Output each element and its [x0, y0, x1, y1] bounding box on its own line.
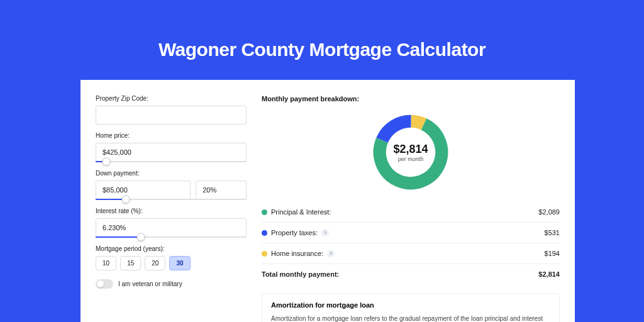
donut-sublabel: per month: [398, 156, 424, 162]
help-icon[interactable]: ?: [327, 250, 335, 257]
field-down-payment: Down payment:: [96, 170, 247, 200]
legend-label: Property taxes:?: [262, 229, 329, 236]
slider-knob[interactable]: [137, 233, 145, 242]
donut-chart-wrap: $2,814 per month: [262, 109, 560, 202]
label-interest-rate: Interest rate (%):: [96, 208, 247, 214]
slider-fill: [96, 236, 141, 238]
donut-chart: $2,814 per month: [370, 111, 452, 193]
legend-total-amount: $2,814: [538, 270, 560, 278]
field-home-price: Home price:: [96, 132, 247, 162]
zip-input[interactable]: [96, 106, 247, 125]
legend-amount: $531: [545, 229, 560, 236]
field-mortgage-period: Mortgage period (years): 10152030: [96, 245, 247, 270]
legend-amount: $194: [545, 250, 560, 257]
veteran-toggle[interactable]: [96, 279, 113, 289]
field-zip: Property Zip Code:: [96, 95, 247, 125]
slider-knob[interactable]: [102, 158, 110, 166]
legend-row: Property taxes:?$531: [262, 222, 560, 243]
period-option-10[interactable]: 10: [96, 256, 116, 270]
legend-label: Principal & Interest:: [262, 208, 331, 216]
label-zip: Property Zip Code:: [96, 95, 247, 102]
amortization-text: Amortization for a mortgage loan refers …: [271, 314, 550, 322]
down-payment-slider[interactable]: [96, 199, 247, 200]
down-payment-pct-input[interactable]: [196, 180, 247, 199]
legend-total-row: Total monthly payment:$2,814: [262, 264, 560, 284]
legend-amount: $2,089: [538, 208, 560, 216]
period-option-15[interactable]: 15: [120, 256, 141, 270]
home-price-input[interactable]: [96, 143, 247, 162]
legend-text: Principal & Interest:: [271, 208, 331, 216]
interest-rate-slider[interactable]: [96, 236, 247, 238]
down-payment-row: [96, 180, 247, 199]
legend-text: Property taxes:: [271, 229, 318, 236]
legend-row: Home insurance:?$194: [262, 243, 560, 264]
donut-center: $2,814 per month: [370, 111, 452, 193]
legend-text: Home insurance:: [271, 250, 323, 257]
down-payment-input[interactable]: [96, 180, 191, 199]
calculator-panel: Property Zip Code: Home price: Down paym…: [80, 80, 575, 322]
label-down-payment: Down payment:: [96, 170, 247, 177]
slider-knob[interactable]: [122, 196, 130, 204]
period-option-20[interactable]: 20: [145, 256, 165, 270]
breakdown-title: Monthly payment breakdown:: [262, 95, 560, 103]
form-column: Property Zip Code: Home price: Down paym…: [96, 95, 247, 322]
label-home-price: Home price:: [96, 132, 247, 139]
legend-rows: Principal & Interest:$2,089Property taxe…: [262, 202, 560, 284]
legend-dot-icon: [262, 251, 267, 257]
home-price-slider[interactable]: [96, 161, 247, 162]
legend-row: Principal & Interest:$2,089: [262, 202, 560, 222]
legend-label: Home insurance:?: [262, 250, 335, 257]
breakdown-column: Monthly payment breakdown: $2,814 per mo…: [262, 95, 560, 322]
field-veteran: I am veteran or military: [96, 279, 247, 289]
period-option-30[interactable]: 30: [169, 256, 190, 270]
label-mortgage-period: Mortgage period (years):: [96, 245, 247, 252]
help-icon[interactable]: ?: [321, 229, 329, 236]
period-options: 10152030: [96, 256, 247, 270]
field-interest-rate: Interest rate (%):: [96, 208, 247, 238]
amortization-card: Amortization for mortgage loan Amortizat…: [262, 293, 560, 322]
legend-dot-icon: [262, 230, 267, 236]
amortization-title: Amortization for mortgage loan: [271, 301, 550, 309]
donut-amount: $2,814: [393, 143, 428, 156]
label-veteran: I am veteran or military: [118, 280, 182, 287]
interest-rate-input[interactable]: [96, 218, 247, 237]
legend-dot-icon: [262, 209, 267, 215]
page-title: Wagoner County Mortgage Calculator: [0, 0, 644, 60]
legend-total-label: Total monthly payment:: [262, 270, 339, 278]
